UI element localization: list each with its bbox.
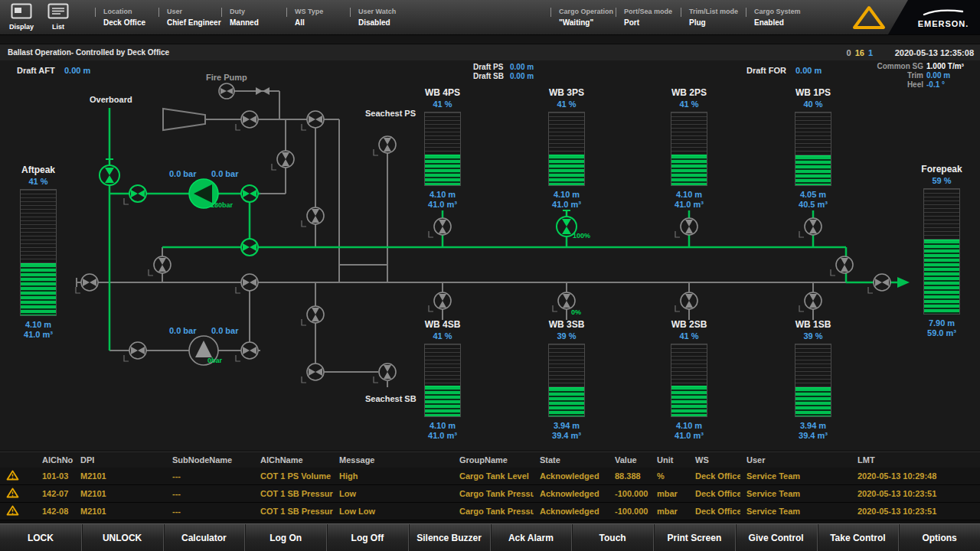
brand-name: EMERSON. — [910, 19, 977, 28]
cell-alchno: 142-08 — [36, 507, 74, 516]
tank-wb4sb[interactable]: WB 4SB 41 % 4.10 m 41.0 m³ — [408, 319, 477, 441]
wb1ps-valve-icon[interactable] — [799, 218, 822, 237]
tank-percent: 41 % — [679, 99, 698, 109]
ps-pump-discharge-pressure: 0.0 bar — [211, 169, 238, 178]
cell-state: Acknowledged — [534, 471, 609, 481]
wb4ps-valve-icon[interactable] — [429, 218, 451, 237]
tank-name: WB 2PS — [671, 87, 707, 99]
tank-wb4ps[interactable]: WB 4PS 41 % 4.10 m 41.0 m³ — [408, 87, 477, 210]
draft-aft-label: Draft AFT — [17, 66, 55, 75]
unlock-button[interactable]: UNLOCK — [81, 524, 163, 551]
tank-percent: 39 % — [557, 331, 576, 341]
ack-alarm-button[interactable]: Ack Alarm — [490, 524, 572, 551]
seachest-sb-line-valve-icon[interactable] — [302, 364, 324, 383]
cell-lmt: 2020-05-13 10:23:51 — [851, 489, 980, 498]
line-valve-a-icon[interactable] — [302, 207, 324, 227]
calculator-button[interactable]: Calculator — [163, 524, 245, 551]
tank-wb3ps[interactable]: WB 3PS 41 % 4.10 m 41.0 m³ — [532, 87, 601, 210]
tank-level: 7.90 m — [929, 318, 955, 328]
field-ws-type: WS Type All — [295, 8, 323, 27]
tank-percent: 41 % — [433, 331, 452, 341]
cell-lmt: 2020-05-13 10:23:51 — [851, 507, 980, 516]
wb2sb-valve-icon[interactable] — [675, 292, 697, 311]
tank-level: 3.94 m — [800, 421, 826, 431]
display-icon — [11, 3, 32, 19]
give-control-button[interactable]: Give Control — [735, 524, 817, 551]
field-user-watch: User Watch Disabled — [358, 8, 396, 27]
trim-label: Trim — [871, 71, 923, 80]
field-user: User Chief Engineer — [167, 8, 221, 27]
field-cargo-system: Cargo System Enabled — [754, 8, 801, 27]
fire-pump-manual-valve-icon[interactable] — [256, 87, 270, 95]
ps-pump-discharge-valve-icon[interactable] — [241, 185, 258, 202]
crossover-valve-a-icon[interactable] — [272, 151, 294, 170]
col-unit: Unit — [651, 455, 689, 465]
main-line-valve-icon[interactable] — [241, 239, 258, 256]
tank-aftpeak[interactable]: Aftpeak 41 % 4.10 m 41.0 m³ — [4, 165, 73, 340]
alarm-row[interactable]: 142-08 M2101 --- COT 1 SB Pressure Low L… — [0, 503, 980, 520]
tank-wb1sb[interactable]: WB 1SB 39 % 3.94 m 39.4 m³ — [779, 319, 848, 441]
cell-unit: % — [651, 471, 689, 481]
ps-pump-suction-valve-icon[interactable] — [124, 185, 146, 204]
draft-sb-label: Draft SB — [473, 72, 504, 80]
seachest-ps-valve-icon[interactable] — [374, 136, 396, 155]
overboard-valve-2-icon[interactable] — [302, 111, 324, 130]
alarm-table-header: AlChNo DPI SubNodeName AlChName Message … — [0, 452, 980, 468]
tank-percent: 41 % — [28, 176, 47, 187]
display-view-button[interactable]: Display — [8, 3, 35, 31]
emerson-logo: EMERSON. — [910, 5, 977, 28]
tank-volume: 41.0 m³ — [24, 330, 53, 340]
tank-wb2sb[interactable]: WB 2SB 41 % 4.10 m 41.0 m³ — [655, 319, 724, 441]
cell-state: Acknowledged — [534, 489, 609, 498]
tank-level-bar — [548, 344, 585, 417]
log-off-button[interactable]: Log Off — [326, 524, 408, 551]
print-screen-button[interactable]: Print Screen — [653, 524, 735, 551]
field-label: Cargo Operation — [559, 8, 613, 15]
wb1sb-valve-icon[interactable] — [799, 292, 822, 311]
alarm-count-high: 1 — [868, 48, 873, 57]
list-icon — [47, 3, 69, 19]
cell-message: High — [333, 471, 453, 481]
alarm-row-warning-icon — [6, 505, 19, 516]
tank-forepeak[interactable]: Forepeak 59 % 7.90 m 59.0 m³ — [907, 164, 976, 338]
overboard-valve-1-icon[interactable] — [236, 111, 258, 130]
alarm-warning-icon[interactable] — [851, 5, 887, 31]
field-duty: Duty Manned — [230, 8, 259, 27]
tank-wb3sb[interactable]: WB 3SB 39 % 3.94 m 39.4 m³ — [532, 319, 601, 441]
fire-pump-inlet-valve-icon[interactable] — [219, 83, 234, 99]
wb2ps-valve-icon[interactable] — [675, 218, 697, 237]
touch-button[interactable]: Touch — [571, 524, 653, 551]
field-location: Location Deck Office — [103, 8, 145, 27]
riser-valve-aft-icon[interactable] — [149, 256, 171, 276]
silence-buzzer-button[interactable]: Silence Buzzer — [408, 524, 490, 551]
alarm-row[interactable]: 101-03 M2101 --- COT 1 PS Volume High Ca… — [0, 468, 980, 485]
line-valve-b-icon[interactable] — [302, 306, 324, 325]
overboard-main-valve-icon[interactable] — [100, 159, 119, 185]
cell-groupname: Cargo Tank Level — [453, 471, 534, 481]
tank-wb2ps[interactable]: WB 2PS 41 % 4.10 m 41.0 m³ — [655, 87, 724, 210]
col-alchno: AlChNo — [36, 455, 74, 465]
tank-volume: 39.4 m³ — [552, 431, 581, 441]
tank-volume: 41.0 m³ — [675, 200, 704, 210]
take-control-button[interactable]: Take Control — [817, 524, 899, 551]
main-valve-aft-icon[interactable] — [76, 274, 98, 293]
list-view-button[interactable]: List — [44, 3, 72, 31]
main-valve-mid-icon[interactable] — [236, 274, 258, 293]
wb4sb-valve-icon[interactable] — [429, 292, 451, 311]
col-dpi: DPI — [74, 455, 166, 465]
seachest-sb-valve-icon[interactable] — [374, 364, 396, 383]
options-button[interactable]: Options — [898, 524, 980, 551]
riser-valve-fwd-icon[interactable] — [831, 256, 853, 276]
alarm-row[interactable]: 142-07 M2101 --- COT 1 SB Pressure Low C… — [0, 485, 980, 503]
field-value: Deck Office — [103, 18, 145, 27]
field-value: Manned — [230, 18, 259, 27]
field-port-sea-mode: Port/Sea mode Port — [624, 8, 672, 27]
sb-pump-suction-valve-icon[interactable] — [124, 342, 146, 361]
tank-level: 4.10 m — [430, 421, 456, 431]
main-valve-fwd-icon[interactable] — [868, 274, 890, 293]
sb-pump-discharge-valve-icon[interactable] — [236, 342, 258, 361]
tank-wb1ps[interactable]: WB 1PS 40 % 4.05 m 40.5 m³ — [779, 87, 848, 210]
log-on-button[interactable]: Log On — [244, 524, 326, 551]
display-button-label: Display — [8, 23, 35, 31]
lock-button[interactable]: LOCK — [0, 524, 81, 551]
